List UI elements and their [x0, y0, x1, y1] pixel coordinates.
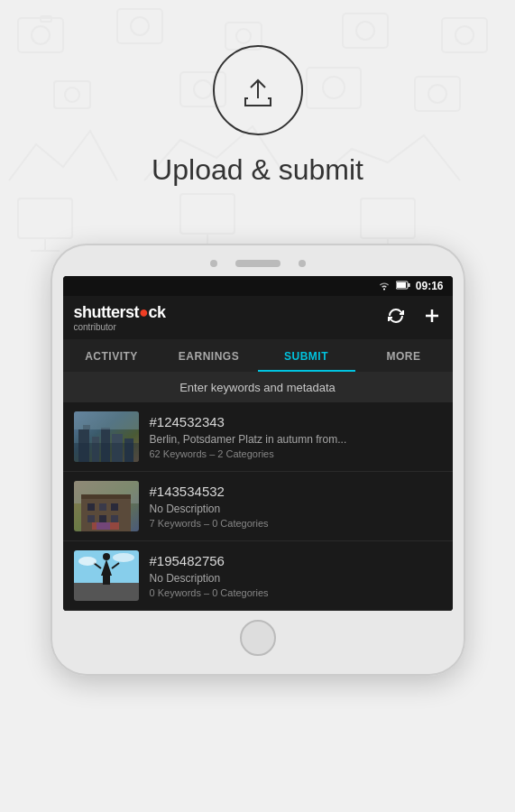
phone-camera — [299, 260, 306, 267]
item-meta: 7 Keywords – 0 Categories — [150, 518, 442, 529]
status-time: 09:16 — [416, 280, 444, 292]
status-bar: 09:16 — [63, 276, 453, 296]
refresh-button[interactable] — [386, 306, 406, 330]
item-info: #124532343 Berlin, Potsdamer Platz in au… — [150, 414, 442, 459]
subtitle-text: Enter keywords and metadata — [179, 381, 336, 394]
top-section: Upload & submit — [0, 0, 515, 214]
svg-rect-47 — [74, 443, 139, 462]
thumb-image-1 — [74, 411, 139, 462]
phone-screen: 09:16 shutterst●ck contributor — [63, 276, 453, 611]
content-list: #124532343 Berlin, Potsdamer Platz in au… — [63, 402, 453, 611]
tab-more[interactable]: MORE — [355, 339, 453, 372]
svg-rect-37 — [397, 282, 406, 288]
svg-point-66 — [103, 553, 110, 560]
phone-bottom — [63, 611, 453, 660]
item-thumbnail — [74, 481, 139, 531]
home-button[interactable] — [240, 620, 276, 656]
item-description: No Description — [150, 503, 442, 515]
svg-rect-62 — [74, 583, 139, 601]
tab-submit[interactable]: SUBMIT — [258, 339, 355, 372]
phone-body: 09:16 shutterst●ck contributor — [51, 244, 465, 676]
header-actions — [386, 306, 442, 330]
thumb-image-2 — [74, 481, 139, 531]
list-item[interactable]: #195482756 No Description 0 Keywords – 0… — [63, 541, 453, 611]
item-info: #195482756 No Description 0 Keywords – 0… — [150, 553, 442, 598]
svg-rect-55 — [111, 503, 118, 511]
contributor-label: contributor — [74, 322, 166, 332]
svg-rect-68 — [106, 576, 110, 585]
phone-speaker — [210, 260, 217, 267]
tab-activity[interactable]: ACTIVITY — [63, 339, 161, 372]
item-description: No Description — [150, 572, 442, 585]
battery-icon — [396, 281, 410, 291]
item-id: #195482756 — [150, 553, 442, 568]
logo-area: shutterst●ck contributor — [74, 303, 166, 332]
app-header: shutterst●ck contributor — [63, 296, 453, 339]
page-title: Upload & submit — [152, 153, 363, 187]
tab-earnings[interactable]: EARNINGS — [161, 339, 258, 372]
app-logo: shutterst●ck — [74, 303, 166, 322]
thumb-image-3 — [74, 550, 139, 601]
wifi-icon — [378, 280, 391, 292]
svg-point-69 — [78, 557, 97, 566]
svg-rect-57 — [99, 515, 106, 522]
list-item[interactable]: #143534532 No Description 7 Keywords – 0… — [63, 472, 453, 541]
phone-top-bar — [63, 260, 453, 267]
upload-cloud-icon — [235, 68, 280, 113]
item-thumbnail — [74, 411, 139, 462]
phone-device: 09:16 shutterst●ck contributor — [51, 244, 465, 676]
list-item[interactable]: #124532343 Berlin, Potsdamer Platz in au… — [63, 402, 453, 472]
svg-rect-56 — [87, 515, 95, 522]
item-meta: 62 Keywords – 2 Categories — [150, 448, 442, 459]
svg-rect-52 — [81, 494, 131, 499]
phone-mic — [235, 260, 280, 267]
item-info: #143534532 No Description 7 Keywords – 0… — [150, 484, 442, 529]
svg-rect-60 — [97, 522, 110, 530]
upload-icon-circle — [213, 45, 303, 135]
item-thumbnail — [74, 550, 139, 601]
svg-rect-54 — [99, 503, 106, 511]
svg-point-70 — [113, 553, 134, 562]
item-meta: 0 Keywords – 0 Categories — [150, 587, 442, 598]
nav-tabs: ACTIVITY EARNINGS SUBMIT MORE — [63, 339, 453, 372]
add-button[interactable] — [422, 306, 442, 330]
svg-rect-53 — [87, 503, 95, 511]
svg-rect-36 — [408, 283, 409, 287]
svg-rect-48 — [74, 411, 139, 429]
item-description: Berlin, Potsdamer Platz in autumn from..… — [150, 433, 442, 446]
svg-rect-67 — [103, 576, 106, 585]
item-id: #124532343 — [150, 414, 442, 429]
item-id: #143534532 — [150, 484, 442, 499]
svg-rect-58 — [111, 515, 118, 522]
subtitle-bar: Enter keywords and metadata — [63, 372, 453, 402]
